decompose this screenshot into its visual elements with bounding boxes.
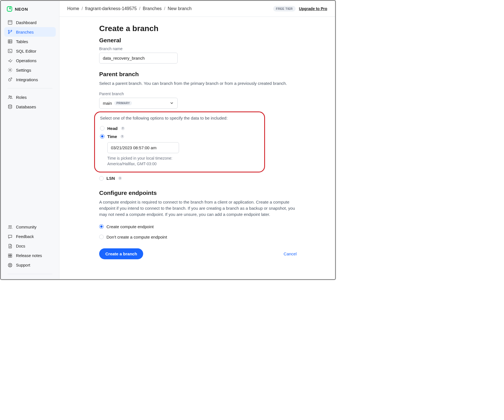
check-double-icon — [8, 58, 13, 63]
sidebar-item-operations[interactable]: Operations — [4, 56, 56, 65]
radio-icon — [99, 235, 104, 239]
radio-lsn[interactable]: LSN ? — [99, 174, 297, 182]
sidebar-item-label: Branches — [16, 30, 34, 34]
sidebar-item-label: Docs — [16, 244, 25, 248]
sidebar-item-label: Release notes — [16, 253, 42, 258]
sidebar-item-label: Tables — [16, 39, 28, 44]
gear-icon — [8, 67, 13, 73]
git-branch-icon — [8, 29, 13, 34]
radio-no-endpoint[interactable]: Don't create a compute endpoint — [99, 233, 297, 241]
breadcrumb-home[interactable]: Home — [67, 6, 79, 11]
breadcrumb: Home / fragrant-darkness-149575 / Branch… — [67, 6, 192, 11]
endpoints-heading: Configure endpoints — [99, 190, 297, 196]
svg-point-8 — [9, 96, 10, 97]
timezone-note: Time is picked in your local timezone: A… — [107, 155, 259, 167]
page-title: Create a branch — [99, 24, 297, 33]
parent-branch-select[interactable]: main PRIMARY — [99, 98, 178, 109]
general-heading: General — [99, 37, 297, 44]
svg-point-3 — [11, 30, 12, 31]
svg-rect-14 — [10, 254, 12, 255]
grid-icon — [8, 253, 13, 258]
primary-badge: PRIMARY — [114, 101, 132, 105]
radio-label: Time — [107, 134, 117, 139]
brand-logo[interactable]: NEON — [1, 6, 59, 16]
layout-icon — [8, 20, 13, 25]
users-icon — [8, 95, 13, 100]
svg-rect-0 — [7, 7, 12, 11]
sidebar-item-dashboard[interactable]: Dashboard — [4, 18, 56, 27]
top-bar: Home / fragrant-darkness-149575 / Branch… — [59, 1, 335, 17]
radio-icon — [99, 224, 104, 229]
community-icon — [8, 225, 13, 230]
create-branch-button[interactable]: Create a branch — [99, 248, 143, 259]
nav-divider — [8, 274, 52, 274]
sidebar: NEON Dashboard Branches Tables SQL Edito… — [1, 1, 59, 279]
sidebar-item-label: Community — [16, 225, 36, 229]
sidebar-item-label: Settings — [16, 68, 31, 73]
sidebar-item-community[interactable]: Community — [4, 222, 56, 232]
svg-rect-16 — [10, 256, 12, 257]
message-icon — [8, 234, 13, 239]
file-icon — [8, 244, 13, 249]
sidebar-item-databases[interactable]: Databases — [4, 102, 56, 111]
sidebar-item-label: Support — [16, 263, 30, 267]
sidebar-item-roles[interactable]: Roles — [4, 92, 56, 102]
svg-rect-15 — [8, 256, 10, 257]
radio-label: Don't create a compute endpoint — [106, 235, 167, 239]
svg-rect-1 — [8, 20, 12, 24]
radio-head[interactable]: Head ? — [100, 124, 259, 132]
sidebar-item-label: Feedback — [16, 234, 34, 239]
radio-label: Head — [107, 126, 118, 131]
upgrade-link[interactable]: Upgrade to Pro — [299, 6, 327, 11]
sidebar-item-docs[interactable]: Docs — [4, 241, 56, 251]
svg-point-9 — [11, 96, 12, 97]
nav-main: Dashboard Branches Tables SQL Editor Ope… — [1, 16, 59, 86]
sidebar-item-sql-editor[interactable]: SQL Editor — [4, 46, 56, 56]
data-prompt: Select one of the following options to s… — [100, 116, 259, 120]
parent-label: Parent branch — [99, 92, 297, 96]
brand-name: NEON — [15, 7, 28, 11]
svg-rect-5 — [8, 40, 12, 43]
sidebar-item-settings[interactable]: Settings — [4, 65, 56, 75]
branch-name-input[interactable] — [99, 53, 178, 64]
neon-logo-icon — [6, 6, 13, 12]
sidebar-item-label: Integrations — [16, 77, 38, 82]
svg-point-18 — [9, 264, 11, 266]
sidebar-item-integrations[interactable]: Integrations — [4, 75, 56, 84]
svg-point-10 — [8, 105, 12, 106]
sidebar-item-tables[interactable]: Tables — [4, 37, 56, 46]
sidebar-item-support[interactable]: Support — [4, 260, 56, 270]
data-selection-highlight: Select one of the following options to s… — [94, 111, 265, 173]
breadcrumb-project[interactable]: fragrant-darkness-149575 — [85, 6, 137, 11]
radio-create-endpoint[interactable]: Create compute endpoint — [99, 223, 297, 231]
nav-secondary: Roles Databases — [1, 91, 59, 113]
help-icon[interactable]: ? — [121, 127, 125, 130]
parent-desc: Select a parent branch. You can branch f… — [99, 80, 297, 87]
svg-point-11 — [9, 225, 10, 227]
table-icon — [8, 39, 13, 44]
breadcrumb-branches[interactable]: Branches — [143, 6, 162, 11]
sidebar-item-label: Roles — [16, 95, 27, 100]
radio-time[interactable]: Time ? — [100, 132, 259, 141]
svg-rect-13 — [8, 254, 10, 255]
time-input[interactable] — [107, 142, 179, 153]
radio-icon — [100, 126, 104, 130]
nav-bottom: Community Feedback Docs Release notes Su… — [1, 221, 59, 272]
parent-heading: Parent branch — [99, 71, 297, 78]
sidebar-item-release-notes[interactable]: Release notes — [4, 251, 56, 260]
parent-branch-value: main — [103, 101, 112, 106]
nav-divider — [8, 88, 52, 88]
sidebar-item-feedback[interactable]: Feedback — [4, 232, 56, 241]
radio-icon — [100, 134, 104, 139]
cancel-button[interactable]: Cancel — [284, 251, 297, 256]
terminal-icon — [8, 48, 13, 53]
breadcrumb-current: New branch — [168, 6, 191, 11]
sidebar-item-branches[interactable]: Branches — [4, 27, 56, 37]
endpoints-desc: A compute endpoint is required to connec… — [99, 199, 297, 217]
help-icon[interactable]: ? — [118, 176, 122, 180]
sidebar-item-label: SQL Editor — [16, 49, 36, 53]
radio-label: Create compute endpoint — [106, 224, 154, 229]
help-icon[interactable]: ? — [120, 135, 124, 138]
lifebuoy-icon — [8, 263, 13, 268]
svg-rect-6 — [8, 49, 12, 53]
